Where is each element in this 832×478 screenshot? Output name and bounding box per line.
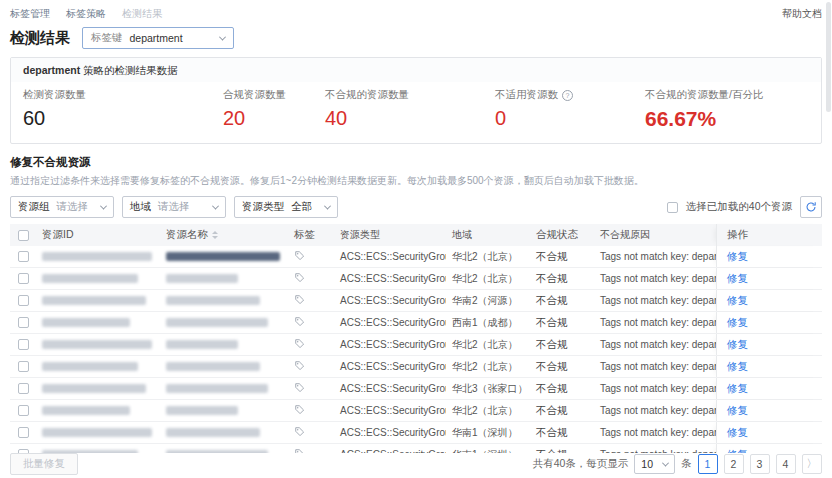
region-select[interactable]: 地域 请选择	[122, 196, 226, 218]
page-button-3[interactable]: 3	[750, 454, 770, 474]
resource-type-value: ACS::ECS::SecurityGroup	[334, 246, 446, 267]
sort-icon[interactable]	[212, 231, 218, 239]
table-row: ACS::ECS::SecurityGroup 华北2（北京） 不合规 Tags…	[10, 356, 822, 378]
summary-card: department 策略的检测结果数据 检测资源数量 60 合规资源数量 20…	[10, 57, 822, 144]
repair-section-title: 修复不合规资源	[10, 155, 822, 170]
select-all-checkbox[interactable]	[18, 230, 29, 241]
compliance-status-value: 不合规	[530, 334, 594, 355]
breadcrumb-tag-management[interactable]: 标签管理	[10, 7, 50, 21]
resource-type-select[interactable]: 资源类型 全部	[234, 196, 338, 218]
resource-id-redacted	[42, 428, 152, 437]
fix-link[interactable]: 修复	[727, 382, 748, 396]
tag-icon[interactable]	[294, 250, 305, 263]
row-checkbox[interactable]	[18, 317, 29, 328]
fix-link[interactable]: 修复	[727, 294, 748, 308]
col-compliance-status: 合规状态	[530, 224, 594, 246]
col-resource-name[interactable]: 资源名称	[160, 224, 288, 246]
region-value: 华北2（北京）	[446, 268, 530, 289]
chevron-down-icon	[662, 459, 669, 466]
noncompliance-reason-value: Tags not match key: department	[594, 312, 716, 333]
tag-icon[interactable]	[294, 382, 305, 395]
table-row: ACS::ECS::SecurityGroup 华北2（北京） 不合规 Tags…	[10, 268, 822, 290]
resource-table: 资源ID 资源名称 标签 资源类型 地域 合规状态 不合规原因 操作 ACS::…	[10, 224, 822, 466]
tag-icon[interactable]	[294, 316, 305, 329]
resource-id-redacted	[42, 252, 152, 261]
resource-name-redacted	[166, 384, 268, 393]
filter-right: 选择已加载的40个资源	[667, 196, 822, 218]
fix-link[interactable]: 修复	[727, 360, 748, 374]
table-body: ACS::ECS::SecurityGroup 华北2（北京） 不合规 Tags…	[10, 246, 822, 466]
pagination: 共有40条，每页显示 10 条 1 2 3 4 〉	[533, 454, 822, 474]
tag-icon[interactable]	[294, 294, 305, 307]
noncompliance-reason-value: Tags not match key: department	[594, 422, 716, 443]
resource-id-redacted	[42, 406, 130, 415]
page-scrollbar[interactable]	[826, 0, 831, 478]
chevron-down-icon	[324, 202, 331, 209]
region-value: 华北2（北京）	[446, 334, 530, 355]
breadcrumb-tag-policy[interactable]: 标签策略	[66, 7, 106, 21]
resource-type-value: ACS::ECS::SecurityGroup	[334, 400, 446, 421]
row-checkbox[interactable]	[18, 427, 29, 438]
scrollbar-thumb[interactable]	[826, 2, 831, 112]
page-button-4[interactable]: 4	[776, 454, 796, 474]
row-checkbox[interactable]	[18, 295, 29, 306]
total-count-label: 共有40条，每页显示	[533, 457, 629, 471]
row-checkbox[interactable]	[18, 361, 29, 372]
resource-type-value: ACS::ECS::SecurityGroup	[334, 422, 446, 443]
resource-id-redacted	[42, 296, 146, 305]
compliance-status-value: 不合规	[530, 356, 594, 377]
fix-link[interactable]: 修复	[727, 426, 748, 440]
compliance-status-value: 不合规	[530, 290, 594, 311]
col-resource-id: 资源ID	[36, 224, 160, 246]
col-noncompliance-reason: 不合规原因	[594, 224, 716, 246]
fix-link[interactable]: 修复	[727, 316, 748, 330]
fix-link[interactable]: 修复	[727, 404, 748, 418]
resource-name-redacted	[166, 362, 260, 371]
info-icon[interactable]: ?	[562, 90, 573, 101]
fix-link[interactable]: 修复	[727, 250, 748, 264]
tag-key-value: department	[130, 32, 183, 44]
page-size-select[interactable]: 10	[634, 454, 675, 474]
metric-detected-value: 60	[23, 107, 223, 130]
refresh-button[interactable]	[800, 196, 822, 218]
tag-key-select[interactable]: 标签键 department	[82, 27, 234, 49]
region-value: 华南1（深圳）	[446, 422, 530, 443]
compliance-status-value: 不合规	[530, 378, 594, 399]
batch-fix-button[interactable]: 批量修复	[10, 453, 78, 475]
breadcrumb-detection-result: 检测结果	[122, 7, 162, 21]
compliance-status-value: 不合规	[530, 246, 594, 267]
fix-link[interactable]: 修复	[727, 338, 748, 352]
row-checkbox[interactable]	[18, 405, 29, 416]
summary-card-title: department 策略的检测结果数据	[11, 58, 821, 82]
tag-icon[interactable]	[294, 426, 305, 439]
help-doc-link[interactable]: 帮助文档	[782, 7, 822, 21]
row-checkbox[interactable]	[18, 273, 29, 284]
col-resource-type: 资源类型	[334, 224, 446, 246]
fix-link[interactable]: 修复	[727, 272, 748, 286]
tag-icon[interactable]	[294, 360, 305, 373]
row-checkbox[interactable]	[18, 383, 29, 394]
refresh-icon	[805, 201, 817, 213]
next-page-button[interactable]: 〉	[802, 454, 823, 474]
metric-percent-value: 66.67%	[645, 107, 809, 131]
table-row: ACS::ECS::SecurityGroup 华南2（河源） 不合规 Tags…	[10, 290, 822, 312]
region-value: 华南2（河源）	[446, 290, 530, 311]
select-loaded-checkbox[interactable]	[667, 202, 678, 213]
unit-label: 条	[681, 457, 692, 471]
table-row: ACS::ECS::SecurityGroup 华北2（北京） 不合规 Tags…	[10, 334, 822, 356]
tag-icon[interactable]	[294, 272, 305, 285]
metric-detected: 检测资源数量 60	[23, 88, 223, 131]
resource-name-redacted	[166, 428, 260, 437]
resource-type-value: ACS::ECS::SecurityGroup	[334, 356, 446, 377]
tag-icon[interactable]	[294, 404, 305, 417]
row-checkbox[interactable]	[18, 251, 29, 262]
page-button-2[interactable]: 2	[724, 454, 744, 474]
page-button-1[interactable]: 1	[698, 454, 718, 474]
resource-group-select[interactable]: 资源组 请选择	[10, 196, 114, 218]
noncompliance-reason-value: Tags not match key: department	[594, 334, 716, 355]
row-checkbox[interactable]	[18, 339, 29, 350]
table-row: ACS::ECS::SecurityGroup 西南1（成都） 不合规 Tags…	[10, 312, 822, 334]
summary-policy-name: department	[23, 64, 80, 76]
tag-icon[interactable]	[294, 338, 305, 351]
metrics-row: 检测资源数量 60 合规资源数量 20 不合规的资源数量 40 不适用资源数 ?…	[11, 82, 821, 143]
